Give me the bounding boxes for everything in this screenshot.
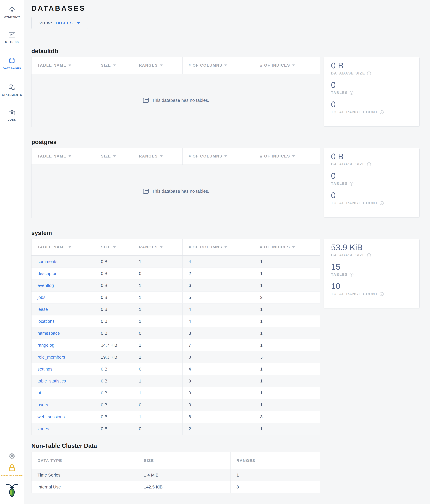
cell-columns: 4 bbox=[183, 315, 254, 327]
sidebar-item-overview[interactable]: OVERVIEW bbox=[0, 6, 24, 18]
cell-ranges: 0 bbox=[133, 327, 183, 339]
sidebar-item-metrics[interactable]: METRICS bbox=[0, 31, 24, 44]
column-header-size[interactable]: SIZE bbox=[95, 239, 133, 255]
cell-indices: 2 bbox=[254, 292, 320, 303]
info-icon[interactable] bbox=[367, 162, 371, 166]
sidebar-item-statements[interactable]: STATEMENTS bbox=[0, 84, 24, 97]
cell-table-name: settings bbox=[32, 363, 95, 375]
info-icon[interactable] bbox=[367, 253, 371, 257]
cell-ranges: 1 bbox=[133, 280, 183, 291]
view-dropdown[interactable]: VIEW: TABLES bbox=[31, 17, 88, 29]
table-name-link[interactable]: ui bbox=[37, 391, 41, 396]
cell-indices: 1 bbox=[254, 327, 320, 339]
column-header-ranges[interactable]: RANGES bbox=[133, 148, 183, 164]
tables-table: TABLE NAME SIZE RANGES # OF COLUMNS # OF… bbox=[31, 148, 320, 218]
database-stats-card: 53.9 KiB DATABASE SIZE 15 TABLES 10 TOTA… bbox=[324, 239, 420, 308]
table-name-link[interactable]: lease bbox=[37, 307, 48, 312]
table-name-link[interactable]: jobs bbox=[37, 295, 45, 300]
sort-arrow-icon bbox=[113, 64, 116, 66]
table-name-link[interactable]: eventlog bbox=[37, 283, 54, 288]
cell-data-type: Time Series bbox=[32, 469, 138, 481]
cell-columns: 3 bbox=[183, 387, 254, 399]
table-name-link[interactable]: users bbox=[37, 403, 48, 407]
cell-size: 34.7 KiB bbox=[95, 339, 133, 351]
column-header-size: SIZE bbox=[138, 452, 230, 469]
column-header-ranges[interactable]: RANGES bbox=[133, 239, 183, 255]
cell-size: 0 B bbox=[95, 315, 133, 327]
settings-gear[interactable] bbox=[0, 452, 24, 460]
column-header-indices[interactable]: # OF INDICES bbox=[254, 148, 320, 164]
info-icon[interactable] bbox=[380, 201, 384, 205]
sidebar-item-databases[interactable]: DATABASES bbox=[0, 57, 24, 70]
table-row: jobs0 B152 bbox=[32, 291, 320, 303]
table-name-link[interactable]: namespace bbox=[37, 331, 60, 336]
info-icon[interactable] bbox=[349, 91, 354, 95]
column-header-columns[interactable]: # OF COLUMNS bbox=[183, 239, 254, 255]
column-header-columns[interactable]: # OF COLUMNS bbox=[183, 57, 254, 74]
info-icon[interactable] bbox=[380, 292, 384, 296]
table-name-link[interactable]: rangelog bbox=[37, 343, 54, 348]
table-name-link[interactable]: zones bbox=[37, 426, 49, 431]
column-header-table-name[interactable]: TABLE NAME bbox=[32, 148, 95, 164]
table-row: settings0 B041 bbox=[32, 363, 320, 375]
table-name-link[interactable]: locations bbox=[37, 319, 54, 324]
cell-table-name: table_statistics bbox=[32, 375, 95, 387]
table-name-link[interactable]: role_members bbox=[37, 355, 65, 360]
cell-data-type: Internal Use bbox=[32, 481, 138, 493]
tables-table: TABLE NAME SIZE RANGES # OF COLUMNS # OF… bbox=[31, 57, 320, 127]
empty-state-text: This database has no tables. bbox=[152, 189, 209, 194]
database-stats-card: 0 B DATABASE SIZE 0 TABLES 0 TOTAL RANGE… bbox=[324, 148, 420, 217]
info-icon[interactable] bbox=[349, 182, 354, 186]
cell-ranges: 1 bbox=[133, 315, 183, 327]
cell-indices: 1 bbox=[254, 399, 320, 411]
table-body: Time Series1.4 MiB1Internal Use142.5 KiB… bbox=[32, 469, 320, 493]
cell-ranges: 0 bbox=[133, 423, 183, 435]
cell-indices: 1 bbox=[254, 423, 320, 435]
sort-arrow-icon bbox=[113, 246, 116, 248]
cell-columns: 4 bbox=[183, 363, 254, 375]
database-size-label: DATABASE SIZE bbox=[331, 253, 412, 257]
sort-arrow-icon bbox=[224, 246, 227, 248]
cell-size: 1.4 MiB bbox=[138, 469, 230, 481]
column-header-ranges[interactable]: RANGES bbox=[133, 57, 183, 74]
cell-size: 142.5 KiB bbox=[138, 481, 230, 493]
table-name-link[interactable]: web_sessions bbox=[37, 414, 65, 419]
cell-size: 0 B bbox=[95, 327, 133, 339]
sidebar-item-jobs[interactable]: JOBS bbox=[0, 109, 24, 121]
table-name-link[interactable]: descriptor bbox=[37, 271, 56, 276]
empty-state: This database has no tables. bbox=[32, 74, 320, 127]
non-table-cluster-table: DATA TYPE SIZE RANGES Time Series1.4 MiB… bbox=[31, 452, 320, 493]
column-header-columns[interactable]: # OF COLUMNS bbox=[183, 148, 254, 164]
metrics-icon bbox=[8, 31, 16, 38]
view-dropdown-label: VIEW: bbox=[39, 21, 53, 25]
cell-size: 0 B bbox=[95, 423, 133, 435]
cell-columns: 5 bbox=[183, 292, 254, 303]
info-icon[interactable] bbox=[349, 273, 354, 277]
column-header-table-name[interactable]: TABLE NAME bbox=[32, 239, 95, 255]
cell-ranges: 0 bbox=[133, 399, 183, 411]
cell-columns: 7 bbox=[183, 339, 254, 351]
column-header-indices[interactable]: # OF INDICES bbox=[254, 57, 320, 74]
info-icon[interactable] bbox=[367, 71, 371, 75]
tables-count-label: TABLES bbox=[331, 181, 412, 186]
table-name-link[interactable]: table_statistics bbox=[37, 378, 66, 384]
column-header-table-name[interactable]: TABLE NAME bbox=[32, 57, 95, 74]
cockroachdb-logo bbox=[0, 483, 24, 498]
table-name-link[interactable]: comments bbox=[37, 259, 57, 264]
sidebar-item-label: METRICS bbox=[0, 41, 24, 44]
insecure-mode-lock[interactable] bbox=[0, 464, 24, 472]
table-name-link[interactable]: settings bbox=[37, 367, 52, 372]
cell-ranges: 1 bbox=[133, 411, 183, 423]
sort-arrow-icon bbox=[69, 246, 71, 248]
database-stats-card: 0 B DATABASE SIZE 0 TABLES 0 TOTAL RANGE… bbox=[324, 57, 420, 126]
cell-indices: 1 bbox=[254, 315, 320, 327]
tables-count-value: 0 bbox=[331, 171, 412, 181]
info-icon[interactable] bbox=[380, 110, 384, 114]
column-header-indices[interactable]: # OF INDICES bbox=[254, 239, 320, 255]
cell-table-name: jobs bbox=[32, 292, 95, 303]
cell-size: 0 B bbox=[95, 256, 133, 268]
column-header-size[interactable]: SIZE bbox=[95, 57, 133, 74]
sort-arrow-icon bbox=[292, 155, 295, 157]
column-header-size[interactable]: SIZE bbox=[95, 148, 133, 164]
cell-size: 0 B bbox=[95, 304, 133, 315]
